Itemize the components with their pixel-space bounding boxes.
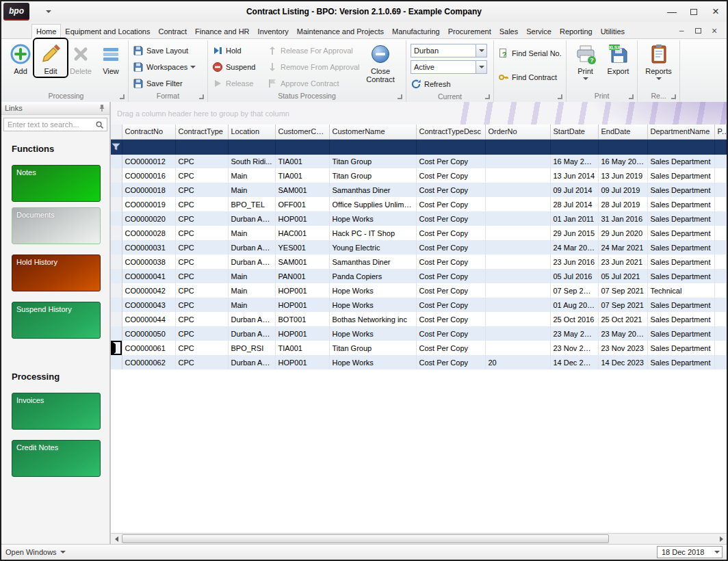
- site-combobox[interactable]: Durban: [411, 44, 487, 57]
- cell-orderno[interactable]: [485, 226, 550, 240]
- cell-customername[interactable]: Office Supplies Unlimited: [329, 197, 416, 211]
- release-for-approval-button[interactable]: Release For Approval: [264, 43, 361, 58]
- cell-departmentname[interactable]: Sales Department: [647, 298, 714, 312]
- tab-finance-and-hr[interactable]: Finance and HR: [191, 25, 254, 38]
- cell-location[interactable]: Main: [228, 269, 275, 283]
- cell-customercode[interactable]: HOP001: [275, 298, 329, 312]
- column-header-customercode[interactable]: CustomerCode: [275, 125, 329, 139]
- cell-location[interactable]: Durban Area: [228, 355, 275, 369]
- cell-orderno[interactable]: [485, 240, 550, 255]
- sidebar-button-suspend-history[interactable]: Suspend History: [12, 302, 101, 339]
- cell-location[interactable]: BPO_TEL: [228, 197, 275, 211]
- cell-departmentname[interactable]: Sales Department: [647, 183, 714, 197]
- cell-orderno[interactable]: [485, 211, 550, 226]
- cell-contracttypedesc[interactable]: Cost Per Copy: [416, 226, 485, 240]
- row-indicator-cell[interactable]: [111, 298, 122, 312]
- cell-location[interactable]: Durban Area: [228, 326, 275, 341]
- cell-enddate[interactable]: 25 Oct 2021: [598, 312, 647, 326]
- release-button[interactable]: Release: [209, 76, 264, 91]
- cell-p[interactable]: [714, 168, 727, 183]
- cell-contractno[interactable]: CO0000062: [122, 355, 175, 369]
- maximize-button[interactable]: [683, 1, 705, 22]
- cell-orderno[interactable]: [485, 154, 550, 168]
- cell-enddate[interactable]: 29 Jun 2020: [598, 226, 647, 240]
- tab-procurement[interactable]: Procurement: [444, 25, 495, 38]
- table-row[interactable]: CO0000031CPCDurban AreaYES001Young Elect…: [111, 240, 727, 255]
- filter-cell-contracttype[interactable]: [175, 139, 228, 154]
- cell-contracttype[interactable]: CPC: [175, 269, 228, 283]
- dialog-launcher-icon[interactable]: [629, 94, 634, 99]
- cell-orderno[interactable]: [485, 298, 550, 312]
- cell-customercode[interactable]: HOP001: [275, 283, 329, 298]
- cell-customercode[interactable]: OFF001: [275, 197, 329, 211]
- cell-p[interactable]: [714, 197, 727, 211]
- cell-p[interactable]: [714, 326, 727, 341]
- cell-customername[interactable]: Samanthas Diner: [329, 183, 416, 197]
- sidebar-button-invoices[interactable]: Invoices: [12, 393, 101, 430]
- scrollbar-thumb[interactable]: [122, 534, 609, 543]
- cell-contracttype[interactable]: CPC: [175, 211, 228, 226]
- remove-from-approval-button[interactable]: Remove From Approval: [264, 60, 361, 75]
- cell-contractno[interactable]: CO0000018: [122, 183, 175, 197]
- cell-customername[interactable]: Hope Works: [329, 298, 416, 312]
- tab-inventory[interactable]: Inventory: [254, 25, 293, 38]
- cell-contractno[interactable]: CO0000016: [122, 168, 175, 183]
- filter-cell-enddate[interactable]: [598, 139, 647, 154]
- tab-contract[interactable]: Contract: [155, 25, 192, 38]
- tab-manufacturing[interactable]: Manufacturing: [388, 25, 444, 38]
- cell-orderno[interactable]: [485, 312, 550, 326]
- cell-departmentname[interactable]: Sales Department: [647, 269, 714, 283]
- add-button[interactable]: Add: [5, 40, 36, 75]
- filter-cell-p[interactable]: [714, 139, 727, 154]
- filter-cell-contracttypedesc[interactable]: [416, 139, 485, 154]
- tab-utilities[interactable]: Utilities: [597, 25, 629, 38]
- cell-customercode[interactable]: SAM001: [275, 255, 329, 269]
- quick-access-chevron-down-icon[interactable]: [46, 10, 51, 13]
- cell-location[interactable]: Main: [228, 183, 275, 197]
- scroll-left-button[interactable]: [111, 534, 122, 544]
- row-indicator-cell[interactable]: [111, 183, 122, 197]
- table-row[interactable]: CO0000044CPCDurban AreaBOT001Bothas Netw…: [111, 312, 727, 326]
- table-row[interactable]: CO0000062CPCDurban AreaHOP001Hope WorksC…: [111, 355, 727, 369]
- cell-contractno[interactable]: CO0000031: [122, 240, 175, 255]
- table-row[interactable]: CO0000038CPCDurban AreaSAM001Samanthas D…: [111, 255, 727, 269]
- row-indicator-cell[interactable]: [111, 341, 122, 355]
- cell-startdate[interactable]: 01 Aug 2016: [550, 298, 598, 312]
- cell-contractno[interactable]: CO0000020: [122, 211, 175, 226]
- approve-contract-button[interactable]: Approve Contract: [264, 76, 361, 91]
- dialog-launcher-icon[interactable]: [199, 94, 204, 99]
- cell-orderno[interactable]: [485, 168, 550, 183]
- sidebar-button-notes[interactable]: Notes: [12, 165, 101, 202]
- date-picker[interactable]: 18 Dec 2018: [657, 546, 723, 558]
- cell-customercode[interactable]: HOP001: [275, 355, 329, 369]
- column-header-contracttypedesc[interactable]: ContractTypeDesc: [416, 125, 485, 139]
- tab-equipment-and-locations[interactable]: Equipment and Locations: [61, 25, 154, 38]
- cell-p[interactable]: [714, 226, 727, 240]
- cell-enddate[interactable]: 23 May 2022: [598, 326, 647, 341]
- cell-contractno[interactable]: CO0000012: [122, 154, 175, 168]
- cell-contracttypedesc[interactable]: Cost Per Copy: [416, 168, 485, 183]
- column-header-customername[interactable]: CustomerName: [329, 125, 416, 139]
- mdi-minimize-button[interactable]: –: [675, 25, 688, 36]
- cell-location[interactable]: Main: [228, 283, 275, 298]
- mdi-close-button[interactable]: ×: [707, 25, 721, 36]
- row-indicator-cell[interactable]: [111, 240, 122, 255]
- cell-orderno[interactable]: [485, 183, 550, 197]
- row-indicator-cell[interactable]: [111, 283, 122, 298]
- mdi-restore-button[interactable]: [691, 25, 705, 36]
- cell-orderno[interactable]: [485, 255, 550, 269]
- cell-customercode[interactable]: SAM001: [275, 183, 329, 197]
- cell-departmentname[interactable]: Sales Department: [647, 326, 714, 341]
- cell-departmentname[interactable]: Technical: [647, 283, 714, 298]
- cell-contracttype[interactable]: CPC: [175, 298, 228, 312]
- tab-maintenance-and-projects[interactable]: Maintenance and Projects: [293, 25, 388, 38]
- cell-startdate[interactable]: 29 Jun 2015: [550, 226, 598, 240]
- cell-orderno[interactable]: [485, 283, 550, 298]
- dialog-launcher-icon[interactable]: [120, 94, 125, 99]
- cell-contractno[interactable]: CO0000044: [122, 312, 175, 326]
- cell-departmentname[interactable]: Sales Department: [647, 255, 714, 269]
- cell-customername[interactable]: Panda Copiers: [329, 269, 416, 283]
- pin-icon[interactable]: [98, 104, 106, 112]
- cell-startdate[interactable]: 28 Jul 2014: [550, 197, 598, 211]
- cell-enddate[interactable]: 23 Jun 2021: [598, 255, 647, 269]
